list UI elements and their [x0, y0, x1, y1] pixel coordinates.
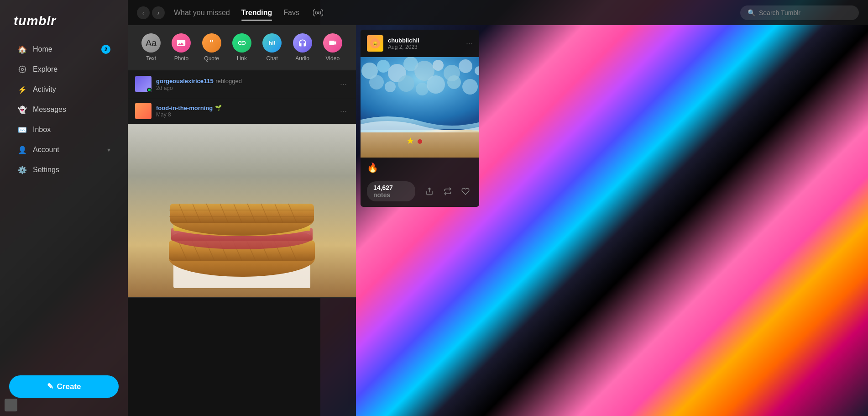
- right-post-card: 😊 chubbiichii Aug 2, 2023 ···: [361, 30, 479, 207]
- create-label: Create: [57, 382, 81, 391]
- video-tool-icon: [323, 33, 342, 53]
- sidebar-item-label: Activity: [33, 85, 56, 94]
- composer-tool-text[interactable]: Aa Text: [136, 33, 166, 62]
- tab-trending[interactable]: Trending: [241, 6, 272, 19]
- right-post-meta: chubbiichii Aug 2, 2023: [388, 37, 461, 50]
- explore-icon: [17, 64, 27, 74]
- home-icon: 🏠: [17, 44, 27, 54]
- feed-tabs: What you missed Trending Favs: [174, 5, 736, 20]
- svg-point-55: [427, 75, 445, 94]
- verified-icon: 🌱: [215, 105, 222, 111]
- composer-tool-photo[interactable]: Photo: [166, 33, 196, 62]
- right-post-author[interactable]: chubbiichii: [388, 37, 461, 44]
- composer-tools: Aa Text Photo " Quote: [136, 33, 348, 62]
- sidebar: tumblr 🏠 Home 2 Explore ⚡ Activity: [0, 0, 128, 416]
- audio-tool-label: Audio: [295, 55, 309, 62]
- svg-point-51: [369, 75, 384, 90]
- composer-tool-quote[interactable]: " Quote: [197, 33, 227, 62]
- home-badge: 2: [101, 45, 110, 54]
- center-feed: Aa Text Photo " Quote: [128, 25, 356, 416]
- post-action-text: reblogged: [215, 78, 242, 84]
- app-logo: tumblr: [0, 9, 128, 40]
- post-time: 2d ago: [156, 85, 334, 91]
- composer-tool-audio[interactable]: Audio: [287, 33, 317, 62]
- notes-count-badge: 14,627 notes: [367, 181, 415, 201]
- forward-button[interactable]: ›: [152, 6, 165, 19]
- svg-point-57: [462, 79, 478, 95]
- reblogger-avatar: [135, 76, 152, 92]
- search-input[interactable]: [759, 9, 850, 16]
- svg-point-47: [433, 60, 444, 71]
- reblogger-name[interactable]: gorgeouslexirice115: [156, 78, 214, 84]
- audio-tool-icon: [293, 33, 312, 53]
- right-post-image: ★: [361, 57, 479, 158]
- sidebar-item-label: Settings: [33, 166, 59, 174]
- notes-count: 14,627: [373, 184, 393, 191]
- sidebar-item-account[interactable]: 👤 Account ▾: [4, 140, 124, 159]
- settings-icon: ⚙️: [17, 165, 27, 175]
- tab-missed[interactable]: What you missed: [174, 6, 230, 19]
- radar-icon[interactable]: [311, 5, 325, 20]
- quote-tool-label: Quote: [204, 55, 219, 62]
- chevron-down-icon: ▾: [107, 146, 110, 153]
- svg-point-56: [447, 75, 461, 89]
- composer-tool-link[interactable]: Link: [227, 33, 257, 62]
- post-composer: Aa Text Photo " Quote: [128, 25, 356, 70]
- reblog-button[interactable]: [440, 184, 455, 199]
- svg-point-1: [21, 68, 24, 71]
- original-post-menu-button[interactable]: ···: [338, 106, 349, 116]
- right-post-date: Aug 2, 2023: [388, 44, 461, 50]
- svg-point-43: [377, 60, 390, 73]
- svg-point-52: [385, 81, 396, 92]
- right-post-menu-button[interactable]: ···: [466, 39, 473, 48]
- sidebar-item-home[interactable]: 🏠 Home 2: [4, 40, 124, 59]
- trending-fire-icon: 🔥: [367, 162, 378, 173]
- nav-arrows: ‹ ›: [137, 6, 165, 19]
- original-author-name[interactable]: food-in-the-morning: [156, 105, 213, 111]
- post-menu-button[interactable]: ···: [338, 79, 349, 89]
- sidebar-item-settings[interactable]: ⚙️ Settings: [4, 160, 124, 179]
- search-bar: 🔍: [740, 5, 859, 20]
- right-post-actions: 14,627 notes: [361, 178, 479, 207]
- post-submeta: food-in-the-morning 🌱 May 8: [156, 105, 334, 118]
- post-image: [128, 124, 356, 297]
- tab-favs[interactable]: Favs: [283, 6, 299, 19]
- post-card: gorgeouslexirice115 reblogged 2d ago ···…: [128, 70, 356, 298]
- sidebar-item-explore[interactable]: Explore: [4, 60, 124, 79]
- svg-point-53: [398, 75, 414, 92]
- inbox-icon: ✉️: [17, 125, 27, 135]
- online-indicator: [147, 88, 152, 92]
- content-area: Aa Text Photo " Quote: [128, 25, 868, 416]
- sidebar-item-label: Messages: [33, 105, 66, 114]
- link-tool-label: Link: [237, 55, 247, 62]
- right-post-footer: 🔥: [361, 158, 479, 178]
- like-button[interactable]: [459, 184, 473, 199]
- photo-tool-icon: [172, 33, 191, 53]
- photo-tool-label: Photo: [174, 55, 188, 62]
- chat-tool-icon: hi!: [262, 33, 282, 53]
- svg-text:😊: 😊: [372, 41, 378, 47]
- back-button[interactable]: ‹: [137, 6, 150, 19]
- svg-point-6: [317, 12, 319, 14]
- video-tool-label: Video: [326, 55, 340, 62]
- link-tool-icon: [232, 33, 251, 53]
- sidebar-item-activity[interactable]: ⚡ Activity: [4, 80, 124, 99]
- user-avatar[interactable]: [5, 399, 17, 411]
- right-sidebar: 😊 chubbiichii Aug 2, 2023 ···: [356, 25, 484, 416]
- sidebar-item-inbox[interactable]: ✉️ Inbox: [4, 120, 124, 139]
- create-icon: ✎: [47, 382, 53, 391]
- svg-point-60: [418, 139, 422, 144]
- search-icon: 🔍: [748, 9, 755, 16]
- composer-tool-chat[interactable]: hi! Chat: [257, 33, 287, 62]
- original-post-time: May 8: [156, 111, 334, 118]
- quote-tool-icon: ": [202, 33, 221, 53]
- create-button[interactable]: ✎ Create: [9, 375, 119, 398]
- svg-rect-58: [361, 132, 479, 158]
- composer-tool-video[interactable]: Video: [318, 33, 348, 62]
- post-header: gorgeouslexirice115 reblogged 2d ago ···: [128, 70, 356, 98]
- svg-point-49: [459, 59, 472, 73]
- chat-tool-label: Chat: [267, 55, 278, 62]
- sidebar-item-messages[interactable]: 👻 Messages: [4, 100, 124, 119]
- share-button[interactable]: [423, 184, 437, 199]
- original-author-avatar: [135, 103, 152, 119]
